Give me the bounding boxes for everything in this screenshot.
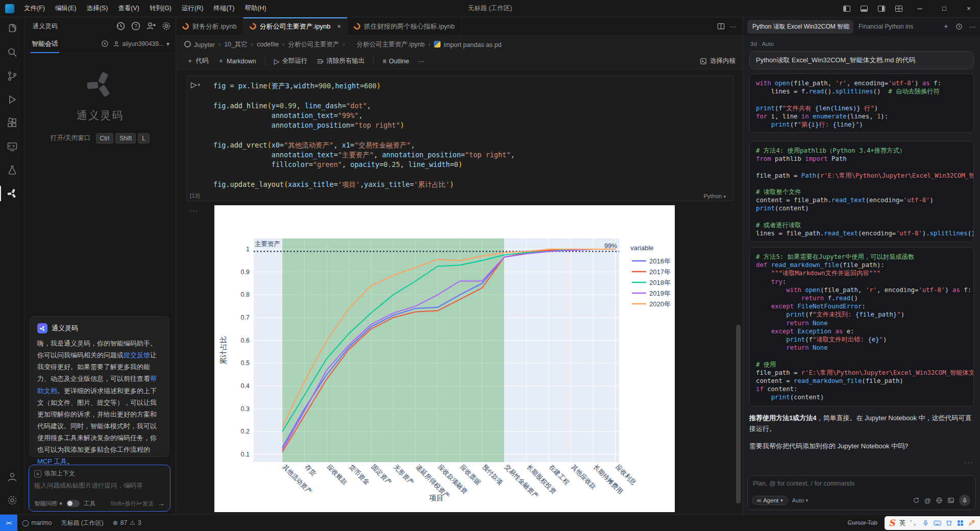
sogou-icon[interactable]: S [889, 518, 895, 528]
breadcrumb[interactable]: Jupyter›10_其它›codefile›分析公司主要资产›分析公司主要资产… [176, 36, 743, 53]
run-all-button[interactable]: ▷全部运行 [271, 55, 311, 67]
menu-item[interactable]: 选择(S) [82, 3, 113, 14]
maximize-button[interactable]: □ [933, 0, 955, 17]
select-kernel-button[interactable]: 选择内核 [700, 57, 736, 65]
voice-icon[interactable] [959, 495, 970, 506]
chat-scroll-area[interactable]: 3d · Auto Python读取 Excel_Win32COM_智能体文档.… [743, 36, 980, 473]
activity-item-explorer[interactable] [0, 17, 24, 41]
cursor-tab-status[interactable]: Cursor Tab [848, 519, 877, 526]
run-cell-button[interactable]: ▷▾ [191, 80, 200, 89]
problems-status[interactable]: ⊗87 ⚠3 [108, 515, 146, 531]
activity-item-settings[interactable] [0, 489, 24, 512]
activity-item-account[interactable] [0, 465, 24, 489]
menu-item[interactable]: 文件(F) [19, 3, 50, 14]
output-collapse-icon[interactable]: ··· [189, 206, 198, 214]
message-actions-icon[interactable]: ··· [749, 458, 974, 466]
breadcrumb-item[interactable]: import pandas as pd [434, 40, 501, 49]
tools-toggle[interactable] [66, 500, 80, 507]
text-link[interactable]: 提交反馈 [124, 351, 150, 359]
add-code-cell-button[interactable]: ＋代码 [183, 55, 212, 67]
ime-toolbox-icon[interactable] [957, 520, 964, 526]
remote-indicator[interactable]: >< [0, 515, 17, 531]
menu-item[interactable]: 转到(G) [145, 3, 176, 14]
cell-language[interactable]: Python ▾ [703, 193, 726, 199]
breadcrumb-item[interactable]: codefile [257, 41, 279, 48]
activity-item-source-control[interactable] [0, 64, 24, 88]
activity-item-run-debug[interactable] [0, 88, 24, 111]
toggle-panel-icon[interactable] [856, 2, 872, 15]
ime-keyboard-icon[interactable] [934, 520, 941, 526]
minimize-button[interactable]: ─ [909, 0, 931, 17]
close-button[interactable]: × [958, 0, 980, 17]
chat-tab-inactive[interactable]: Financial Python ins [859, 23, 913, 30]
plan-input-box[interactable]: Plan, @ for context, / for commands ∞Age… [747, 475, 976, 510]
menu-item[interactable]: 帮助(H) [240, 3, 271, 14]
loop-icon[interactable] [913, 497, 920, 504]
mention-icon[interactable]: @ [924, 497, 931, 504]
activity-item-search[interactable] [0, 41, 24, 64]
close-tab-icon[interactable]: × [337, 22, 341, 30]
send-icon[interactable]: → [158, 499, 165, 508]
agent-mode-select[interactable]: ∞Agent▾ [752, 496, 788, 505]
add-markdown-cell-button[interactable]: ＋Markdown [214, 55, 260, 67]
tab-smart-session[interactable]: 智能会话 [31, 35, 59, 53]
editor-tab[interactable]: 分析公司主要资产.ipynb× [243, 17, 348, 35]
cell-code[interactable]: fig = px.line(资产3,width=900,height=600) … [213, 81, 725, 189]
new-chat-icon[interactable]: ＋ [942, 22, 949, 31]
workspace-status[interactable]: 无标题 (工作区) [56, 515, 108, 531]
activity-item-extensions[interactable] [0, 111, 24, 135]
ime-punct[interactable]: ’， [910, 519, 918, 527]
activity-item-testing[interactable] [0, 158, 24, 182]
ime-skin-icon[interactable] [946, 520, 952, 526]
menu-item[interactable]: 编辑(E) [51, 3, 81, 14]
panel-more-icon[interactable]: ··· [969, 22, 976, 31]
menu-item[interactable]: 运行(R) [177, 3, 208, 14]
code-cell[interactable]: ▷▾ [13] fig = px.line(资产3,width=900,heig… [186, 76, 733, 201]
ime-mic-icon[interactable] [922, 520, 929, 526]
new-session-icon[interactable] [101, 40, 109, 47]
editor-scrollbar[interactable] [736, 325, 741, 503]
split-editor-icon[interactable] [717, 22, 725, 30]
menu-item[interactable]: 终端(T) [209, 3, 239, 14]
account-menu[interactable]: aliyun390439... ▾ [113, 40, 169, 47]
editor-tab[interactable]: 抓住财报的两个核心指标.ipynb [348, 17, 461, 35]
clear-outputs-button[interactable]: 清除所有输出 [313, 55, 368, 67]
more-actions-icon[interactable]: ··· [730, 22, 737, 30]
ime-tray[interactable]: S 英 ’， [885, 516, 980, 530]
menu-item[interactable]: 查看(V) [113, 3, 144, 14]
code-block-3[interactable]: # 方法5: 如果需要在Jupyter中使用，可以封装成函数def read_m… [749, 247, 974, 406]
outline-button[interactable]: ≡Outline [379, 56, 412, 67]
breadcrumb-item[interactable]: 分析公司主要资产 [288, 40, 339, 49]
breadcrumb-item[interactable]: 10_其它 [224, 40, 248, 49]
kernel-status[interactable]: ◯marimo [17, 515, 56, 531]
text-link[interactable]: MCP 工具 [37, 457, 67, 465]
customize-layout-icon[interactable] [891, 2, 906, 15]
image-icon[interactable] [947, 497, 954, 504]
editor-tab[interactable]: 财务分析.ipynb [176, 17, 243, 35]
shortcut-keys: CtrlShiftL [94, 135, 150, 142]
web-icon[interactable] [936, 497, 943, 504]
ime-lang[interactable]: 英 [899, 519, 905, 527]
chat-tab-active[interactable]: Python 读取 Excel Win32COM 智能 [747, 20, 853, 34]
chat-history-icon[interactable] [955, 23, 963, 30]
activity-item-remote-explorer[interactable] [0, 135, 24, 158]
toggle-sidebar-icon[interactable] [839, 2, 854, 15]
feedback-icon[interactable] [146, 21, 156, 31]
settings-icon[interactable] [161, 21, 172, 31]
code-block-2[interactable]: # 方法4: 使用pathlib（Python 3.4+推荐方式）from pa… [749, 141, 974, 242]
history-icon[interactable] [115, 21, 126, 31]
activity-item-lingma[interactable] [0, 182, 24, 205]
toolbar-more-icon[interactable]: ··· [414, 56, 428, 67]
model-select[interactable]: Auto▾ [792, 497, 808, 503]
breadcrumb-item[interactable]: 分析公司主要资产.ipynb [349, 40, 425, 49]
chat-input-placeholder[interactable]: 输入问题或粘贴图片进行提问，编码等 [34, 481, 165, 490]
toggle-secondary-sidebar-icon[interactable] [874, 2, 889, 15]
breadcrumb-item[interactable]: Jupyter [184, 40, 215, 49]
plan-input-placeholder[interactable]: Plan, @ for context, / for commands [753, 480, 970, 487]
add-context-button[interactable]: + 添加上下文 [34, 469, 165, 478]
ime-wrench-icon[interactable] [968, 520, 975, 526]
help-icon[interactable]: ? [131, 21, 141, 31]
code-block-1[interactable]: with open(file_path, 'r', encoding='utf-… [749, 74, 974, 133]
mode-select[interactable]: 智能问答 ▾ [34, 500, 62, 508]
chat-input-box[interactable]: + 添加上下文 输入问题或粘贴图片进行提问，编码等 智能问答 ▾ 工具 Shif… [29, 465, 170, 512]
